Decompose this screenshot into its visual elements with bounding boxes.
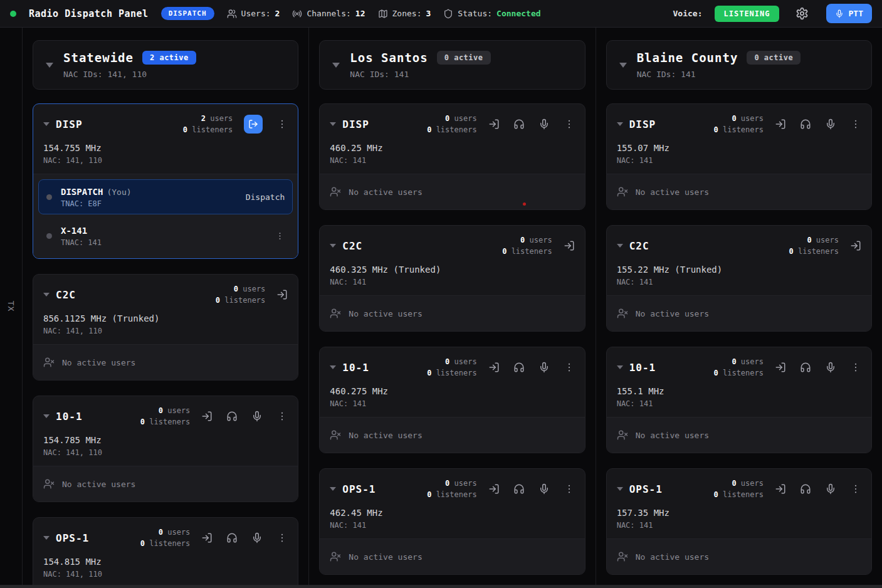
- headphones-icon[interactable]: [800, 362, 811, 373]
- channel-collapse-caret-icon[interactable]: [330, 365, 336, 369]
- channel-header: OPS-1 0 users 0 listeners 462.45 MHz NAC…: [320, 469, 584, 538]
- listeners-word: listeners: [723, 490, 764, 499]
- kebab-menu-icon[interactable]: [564, 362, 575, 373]
- horizontal-scrollbar[interactable]: [0, 585, 882, 588]
- listeners-count: 0: [713, 369, 718, 377]
- channel-name: DISP: [629, 118, 656, 130]
- headphones-icon[interactable]: [513, 483, 525, 495]
- member-kebab-menu-icon[interactable]: [275, 231, 285, 241]
- kebab-menu-icon[interactable]: [850, 483, 861, 495]
- channel-collapse-caret-icon[interactable]: [43, 536, 50, 540]
- kebab-menu-icon[interactable]: [276, 118, 288, 130]
- zone-collapse-caret-icon[interactable]: [332, 63, 340, 68]
- join-channel-icon[interactable]: [488, 483, 500, 495]
- channel-collapse-caret-icon[interactable]: [617, 365, 623, 369]
- mic-icon[interactable]: [825, 118, 836, 130]
- users-count: 0: [445, 357, 449, 366]
- join-channel-icon[interactable]: [775, 118, 786, 130]
- mic-icon[interactable]: [251, 411, 263, 422]
- join-channel-icon[interactable]: [276, 289, 288, 300]
- channel-counts: 2 users 0 listeners: [183, 113, 233, 135]
- channel-collapse-caret-icon[interactable]: [330, 122, 336, 126]
- empty-state: No active users: [33, 345, 298, 380]
- channel-frequency: 155.1 MHz: [617, 386, 861, 396]
- zone-collapse-caret-icon[interactable]: [619, 63, 627, 68]
- channel-counts: 0 users 0 listeners: [789, 234, 839, 257]
- zone-nac-ids: NAC IDs: 141: [350, 70, 490, 79]
- channel-collapse-caret-icon[interactable]: [617, 122, 623, 126]
- channel-header: DISP 0 users 0 listeners 460.25 MHz NAC:…: [320, 104, 584, 174]
- headphones-icon[interactable]: [800, 118, 811, 130]
- users-count: 0: [159, 528, 163, 537]
- headphones-icon[interactable]: [226, 411, 238, 422]
- headphones-icon[interactable]: [513, 362, 525, 373]
- mic-icon[interactable]: [538, 118, 550, 130]
- ptt-label: PTT: [849, 9, 863, 18]
- users-count: 0: [732, 479, 736, 488]
- listeners-word: listeners: [436, 125, 477, 134]
- join-channel-icon[interactable]: [488, 118, 500, 130]
- zone-header-card: Blaine County 0 active NAC IDs: 141: [606, 40, 872, 90]
- mic-icon[interactable]: [538, 483, 550, 495]
- kebab-menu-icon[interactable]: [564, 118, 575, 130]
- headphones-icon[interactable]: [513, 118, 525, 130]
- channel-nac: NAC: 141: [617, 521, 861, 530]
- mic-icon[interactable]: [825, 483, 836, 495]
- join-channel-icon[interactable]: [201, 411, 213, 422]
- channel-name: C2C: [629, 240, 649, 252]
- listeners-count: 0: [502, 247, 507, 256]
- channel-card: DISP 0 users 0 listeners 460.25 MHz NAC:…: [319, 103, 585, 210]
- channel-collapse-caret-icon[interactable]: [617, 487, 623, 491]
- tx-rail-label: TX: [6, 301, 16, 312]
- channel-counts: 0 users 0 listeners: [713, 356, 764, 379]
- voice-label: Voice:: [673, 9, 703, 18]
- empty-state-text: No active users: [636, 187, 709, 197]
- channel-card: 10-1 0 users 0 listeners 460.275 MHz NAC…: [319, 347, 585, 453]
- join-channel-icon[interactable]: [201, 532, 213, 543]
- channel-actions: [276, 285, 288, 304]
- ptt-button[interactable]: PTT: [826, 4, 872, 23]
- kebab-menu-icon[interactable]: [276, 411, 288, 422]
- join-channel-icon[interactable]: [775, 483, 786, 495]
- headphones-icon[interactable]: [226, 532, 238, 543]
- channel-collapse-caret-icon[interactable]: [43, 293, 50, 297]
- tx-side-rail[interactable]: TX: [0, 28, 23, 585]
- map-icon: [378, 9, 388, 19]
- channel-collapse-caret-icon[interactable]: [43, 122, 50, 126]
- users-word: users: [741, 114, 764, 123]
- channel-nac: NAC: 141: [617, 278, 861, 286]
- zone-title: Blaine County: [637, 51, 738, 65]
- join-channel-icon[interactable]: [488, 362, 500, 373]
- channel-collapse-caret-icon[interactable]: [43, 414, 50, 418]
- channel-collapse-caret-icon[interactable]: [617, 244, 623, 248]
- users-word: users: [816, 236, 839, 244]
- zone-collapse-caret-icon[interactable]: [46, 63, 53, 68]
- channel-collapse-caret-icon[interactable]: [330, 244, 336, 248]
- listeners-count: 0: [713, 125, 718, 134]
- empty-state: No active users: [320, 417, 584, 453]
- join-channel-icon[interactable]: [775, 362, 786, 373]
- channel-actions: [850, 236, 861, 255]
- channel-name: OPS-1: [629, 483, 663, 495]
- kebab-menu-icon[interactable]: [276, 532, 288, 543]
- headphones-icon[interactable]: [800, 483, 811, 495]
- mic-icon[interactable]: [251, 532, 263, 543]
- leave-channel-button[interactable]: [244, 115, 263, 134]
- channel-nac: NAC: 141, 110: [43, 327, 288, 335]
- channel-actions: [775, 358, 861, 377]
- channel-body: No active users: [320, 295, 584, 331]
- join-channel-icon[interactable]: [850, 240, 861, 251]
- mic-icon[interactable]: [538, 362, 550, 373]
- zone-header-card: Los Santos 0 active NAC IDs: 141: [319, 40, 585, 90]
- kebab-menu-icon[interactable]: [850, 118, 861, 130]
- join-channel-icon[interactable]: [564, 240, 575, 251]
- channel-collapse-caret-icon[interactable]: [330, 487, 336, 491]
- kebab-menu-icon[interactable]: [564, 483, 575, 495]
- users-count: 0: [159, 406, 163, 415]
- settings-gear-icon[interactable]: [795, 7, 809, 20]
- alert-red-dot: [523, 202, 526, 206]
- mic-icon[interactable]: [825, 362, 836, 373]
- kebab-menu-icon[interactable]: [850, 362, 861, 373]
- channel-frequency: 462.45 MHz: [330, 508, 574, 518]
- listeners-count: 0: [789, 247, 793, 256]
